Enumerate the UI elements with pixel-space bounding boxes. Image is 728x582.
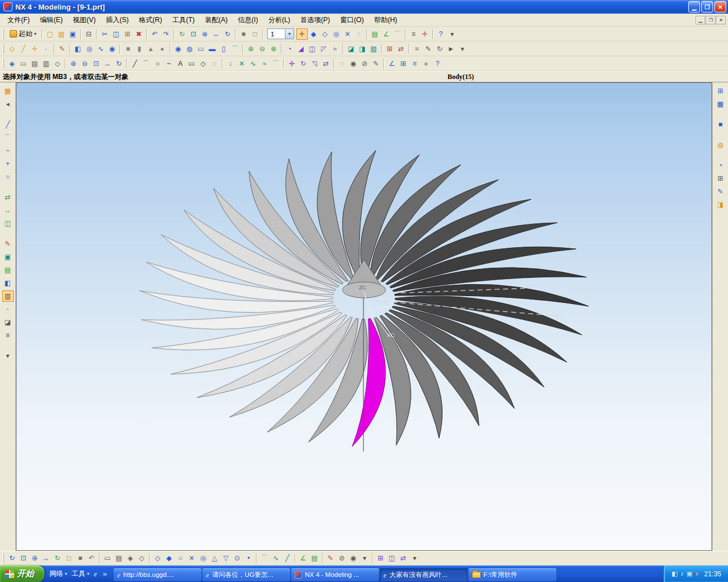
pan-b-icon[interactable]: ↔ (40, 552, 52, 564)
help-2-icon[interactable]: ? (432, 58, 443, 69)
snap-node-icon[interactable]: ⊙ (231, 552, 243, 564)
view-popup-icon[interactable]: ▦ (2, 85, 14, 97)
subtract-icon[interactable]: ⊖ (257, 43, 268, 55)
info-icon[interactable]: ▤ (369, 28, 380, 40)
move-object-icon[interactable]: ✢ (286, 58, 297, 69)
swap-b-icon[interactable]: ⇄ (398, 552, 409, 564)
print-icon[interactable]: ⊟ (83, 28, 94, 40)
center-point-icon[interactable]: ◎ (330, 28, 342, 40)
grid-panel-icon[interactable]: ⊞ (715, 173, 726, 184)
tri-b-icon[interactable]: ◇ (136, 552, 147, 564)
sketch-icon[interactable]: ✎ (56, 43, 68, 55)
split-view-icon[interactable]: ▦ (715, 98, 726, 110)
edit-b-icon[interactable]: ✎ (325, 552, 336, 564)
rotate-2-icon[interactable]: ↻ (113, 58, 125, 69)
work-layer-combo[interactable]: 1 ▾ (267, 28, 294, 39)
block-icon[interactable]: ■ (122, 43, 134, 55)
shaded-icon[interactable]: ■ (238, 28, 249, 40)
boss-icon[interactable]: ◍ (184, 43, 195, 55)
history-icon[interactable]: ◔ (715, 160, 726, 171)
project-curve-icon[interactable]: ↓ (225, 58, 236, 69)
ellipse-icon[interactable]: ◌ (209, 58, 220, 69)
front-b-icon[interactable]: ▭ (102, 552, 113, 564)
snap-intersection-icon[interactable]: ✕ (186, 552, 197, 564)
sketch-tool-icon[interactable]: ✎ (2, 238, 14, 250)
toolbar-grip[interactable] (2, 29, 4, 39)
menu-item[interactable]: 文件(F) (2, 14, 35, 27)
suppress-b-icon[interactable]: ⊘ (336, 552, 348, 564)
new-icon[interactable]: ▢ (44, 28, 56, 40)
zoom-out-icon[interactable]: ⊖ (79, 58, 90, 69)
join-curve-icon[interactable]: ⌒ (270, 58, 282, 69)
refresh-b-icon[interactable]: ↻ (6, 552, 18, 564)
snap-end-icon[interactable]: ◇ (152, 552, 163, 564)
curve-2-icon[interactable]: ∿ (270, 552, 282, 564)
tray-volume-icon[interactable]: ♪ (680, 571, 684, 577)
patch-icon[interactable]: ▧ (368, 43, 379, 55)
zoom-in-icon[interactable]: ⊕ (68, 58, 79, 69)
end-point-icon[interactable]: ◆ (308, 28, 319, 40)
arc-tool-icon[interactable]: ⌒ (2, 132, 14, 143)
pan-2-icon[interactable]: ↔ (102, 58, 113, 69)
curve-1-icon[interactable]: ⌒ (259, 552, 270, 564)
roles-icon[interactable]: ✎ (715, 186, 726, 197)
snap-center-icon[interactable]: ○ (175, 552, 186, 564)
polygon-icon[interactable]: ◇ (197, 58, 209, 69)
work-view-icon[interactable]: ■ (715, 119, 726, 130)
slot-icon[interactable]: ▯ (218, 43, 229, 55)
fit-b-icon[interactable]: ⊡ (18, 552, 29, 564)
point-tool-icon[interactable]: + (2, 158, 14, 169)
taskbar-window-button[interactable]: NX 4 - Modeling ... (291, 568, 379, 581)
menu-item[interactable]: 分析(L) (263, 14, 296, 27)
paste-icon[interactable]: ⊞ (122, 28, 133, 40)
scale-object-icon[interactable]: ◹ (309, 58, 320, 69)
mirror-object-icon[interactable]: ⇄ (320, 58, 332, 69)
undo-icon[interactable]: ↶ (149, 28, 160, 40)
rotate-object-icon[interactable]: ↻ (297, 58, 309, 69)
edit-params-icon[interactable]: ✎ (370, 58, 382, 69)
taskbar-window-button[interactable]: F:\常用软件 (469, 568, 556, 581)
analysis-icon[interactable]: ⌒ (392, 28, 403, 40)
palette-icon[interactable]: ◨ (715, 199, 726, 210)
cut-icon[interactable]: ✂ (99, 28, 110, 40)
taper-icon[interactable]: ◸ (318, 43, 329, 55)
trim-body-icon[interactable]: ◪ (345, 43, 357, 55)
zoom-icon[interactable]: ⊕ (199, 28, 210, 40)
close-button[interactable]: ✕ (714, 1, 726, 13)
line-tool-icon[interactable]: ╱ (2, 119, 14, 130)
taskbar-window-button[interactable]: e请问各位，UG要怎... (202, 568, 290, 581)
shadow-tool-icon[interactable]: ◪ (2, 317, 14, 328)
hide-icon[interactable]: ◌ (336, 58, 348, 69)
help-icon[interactable]: ? (435, 28, 446, 40)
suppress-icon[interactable]: ⊘ (359, 58, 370, 69)
pattern-b-icon[interactable]: ⊞ (375, 552, 386, 564)
collapse-icon[interactable]: ◂ (2, 98, 14, 110)
extrude-icon[interactable]: ◧ (72, 43, 84, 55)
side-icon[interactable]: ▥ (40, 58, 52, 69)
toolbar-grip[interactable] (2, 44, 4, 54)
expand-icon[interactable]: ▾ (2, 350, 14, 361)
cone-icon[interactable]: ▲ (145, 43, 156, 55)
save-icon[interactable]: ▣ (67, 28, 78, 40)
sphere-icon[interactable]: ● (156, 43, 168, 55)
datum-axis-icon[interactable]: ╱ (18, 43, 29, 55)
surface-tool-icon[interactable]: ▣ (2, 251, 14, 263)
quick-launch-tools[interactable]: 工具 ▾ (72, 569, 89, 579)
selection-ball-icon[interactable]: ▥ (2, 290, 14, 302)
pad-icon[interactable]: ▬ (206, 43, 218, 55)
more-b-icon[interactable]: ▾ (359, 552, 370, 564)
quick-launch-chevron[interactable]: » (102, 569, 108, 578)
start-button[interactable]: 开始 (0, 566, 44, 582)
intersect-icon[interactable]: ⊗ (268, 43, 279, 55)
menu-item[interactable]: 窗口(O) (335, 14, 369, 27)
snap-perpendicular-icon[interactable]: ▽ (220, 552, 231, 564)
sweep-icon[interactable]: ∿ (95, 43, 106, 55)
menu-item[interactable]: 插入(S) (101, 14, 134, 27)
child-minimize-button[interactable]: ▁ (696, 16, 705, 24)
datum-csys-icon[interactable]: ✛ (29, 43, 40, 55)
grid-icon[interactable]: ⊞ (398, 58, 409, 69)
text-icon[interactable]: A (175, 58, 186, 69)
line-icon[interactable]: ╱ (129, 58, 140, 69)
spline-tool-icon[interactable]: ~ (2, 145, 14, 156)
more-features-icon[interactable]: ▾ (457, 43, 468, 55)
